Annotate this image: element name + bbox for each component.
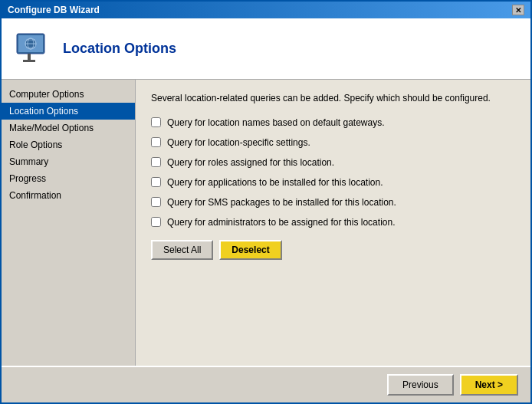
checkbox-row-4: Query for applications to be installed f…	[151, 177, 515, 188]
next-button[interactable]: Next >	[460, 374, 518, 396]
wizard-icon	[14, 31, 51, 67]
checkbox-gateway[interactable]	[151, 117, 161, 127]
checkbox-row-6: Query for administrators to be assigned …	[151, 217, 515, 228]
footer-area: Previous Next >	[2, 366, 530, 402]
checkbox-row-5: Query for SMS packages to be installed f…	[151, 197, 515, 208]
page-title: Location Options	[63, 41, 176, 57]
checkbox-applications[interactable]	[151, 177, 161, 187]
checkbox-label-1: Query for location names based on defaul…	[167, 117, 385, 128]
sidebar-item-confirmation[interactable]: Confirmation	[2, 187, 135, 204]
content-area: Computer Options Location Options Make/M…	[2, 80, 530, 366]
checkbox-row-1: Query for location names based on defaul…	[151, 117, 515, 128]
checkbox-sms-packages[interactable]	[151, 197, 161, 207]
header-area: Location Options	[2, 18, 530, 80]
wizard-window: Configure DB Wizard ✕ Location Options	[0, 0, 532, 404]
sidebar: Computer Options Location Options Make/M…	[2, 80, 136, 366]
sidebar-item-progress[interactable]: Progress	[2, 170, 135, 187]
checkbox-row-3: Query for roles assigned for this locati…	[151, 157, 515, 168]
svg-rect-3	[23, 60, 35, 62]
main-panel: Several location-related queries can be …	[136, 80, 530, 366]
title-bar: Configure DB Wizard ✕	[2, 2, 530, 18]
checkbox-label-4: Query for applications to be installed f…	[167, 177, 383, 188]
checkbox-label-5: Query for SMS packages to be installed f…	[167, 197, 396, 208]
window-title: Configure DB Wizard	[8, 5, 100, 15]
svg-rect-2	[28, 54, 31, 60]
checkbox-administrators[interactable]	[151, 217, 161, 227]
sidebar-item-computer-options[interactable]: Computer Options	[2, 86, 135, 103]
selection-button-row: Select All Deselect	[151, 240, 515, 260]
description-text: Several location-related queries can be …	[151, 92, 515, 105]
sidebar-item-location-options[interactable]: Location Options	[2, 103, 135, 120]
sidebar-item-summary[interactable]: Summary	[2, 153, 135, 170]
checkbox-location-settings[interactable]	[151, 137, 161, 147]
checkbox-label-6: Query for administrators to be assigned …	[167, 217, 395, 228]
checkbox-roles[interactable]	[151, 157, 161, 167]
checkbox-label-3: Query for roles assigned for this locati…	[167, 157, 334, 168]
checkbox-label-2: Query for location-specific settings.	[167, 137, 310, 148]
select-all-button[interactable]: Select All	[151, 240, 213, 260]
checkbox-row-2: Query for location-specific settings.	[151, 137, 515, 148]
close-button[interactable]: ✕	[512, 5, 524, 15]
sidebar-item-role-options[interactable]: Role Options	[2, 136, 135, 153]
previous-button[interactable]: Previous	[387, 374, 454, 396]
sidebar-item-make-model-options[interactable]: Make/Model Options	[2, 120, 135, 136]
deselect-button[interactable]: Deselect	[219, 240, 281, 260]
